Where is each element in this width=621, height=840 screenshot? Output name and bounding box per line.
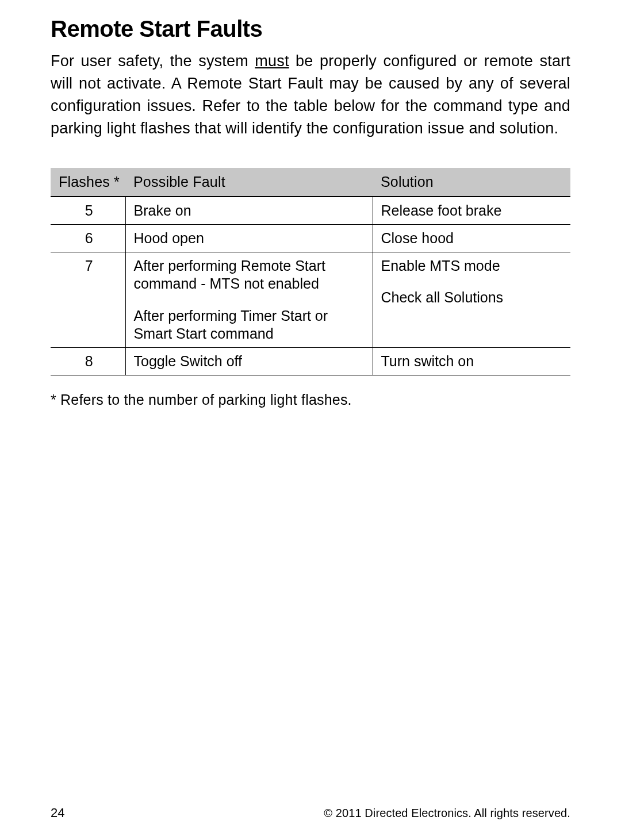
header-fault: Possible Fault (125, 168, 373, 197)
table-row: 7 After performing Remote Start command … (51, 252, 570, 348)
table-row: 6 Hood open Close hood (51, 224, 570, 252)
page-heading: Remote Start Faults (51, 16, 570, 42)
cell-flashes: 5 (51, 197, 125, 225)
cell-fault: Brake on (125, 197, 373, 225)
header-solution: Solution (373, 168, 570, 197)
table-row: 8 Toggle Switch off Turn switch on (51, 348, 570, 375)
cell-solution: Release foot brake (373, 197, 570, 225)
cell-solution: Close hood (373, 224, 570, 252)
cell-flashes: 6 (51, 224, 125, 252)
intro-paragraph: For user safety, the system must be prop… (51, 50, 570, 140)
intro-text-pre: For user safety, the system (51, 52, 255, 70)
cell-solution: Enable MTS mode Check all Solutions (373, 252, 570, 348)
faults-table: Flashes * Possible Fault Solution 5 Brak… (51, 168, 570, 376)
cell-fault-a: After performing Remote Start command - … (134, 258, 325, 291)
page-number: 24 (51, 806, 64, 820)
footnote: * Refers to the number of parking light … (51, 392, 570, 408)
page-footer: 24 © 2011 Directed Electronics. All righ… (51, 806, 570, 820)
table-row: 5 Brake on Release foot brake (51, 197, 570, 225)
cell-solution-b: Check all Solutions (381, 289, 504, 305)
table-header-row: Flashes * Possible Fault Solution (51, 168, 570, 197)
cell-fault-b: After performing Timer Start or Smart St… (134, 308, 328, 342)
cell-flashes: 7 (51, 252, 125, 348)
cell-solution: Turn switch on (373, 348, 570, 375)
header-flashes: Flashes * (51, 168, 125, 197)
cell-fault: Toggle Switch off (125, 348, 373, 375)
cell-fault: After performing Remote Start command - … (125, 252, 373, 348)
cell-fault: Hood open (125, 224, 373, 252)
intro-must: must (255, 52, 289, 70)
cell-solution-a: Enable MTS mode (381, 258, 500, 274)
copyright: © 2011 Directed Electronics. All rights … (324, 807, 570, 820)
cell-flashes: 8 (51, 348, 125, 375)
